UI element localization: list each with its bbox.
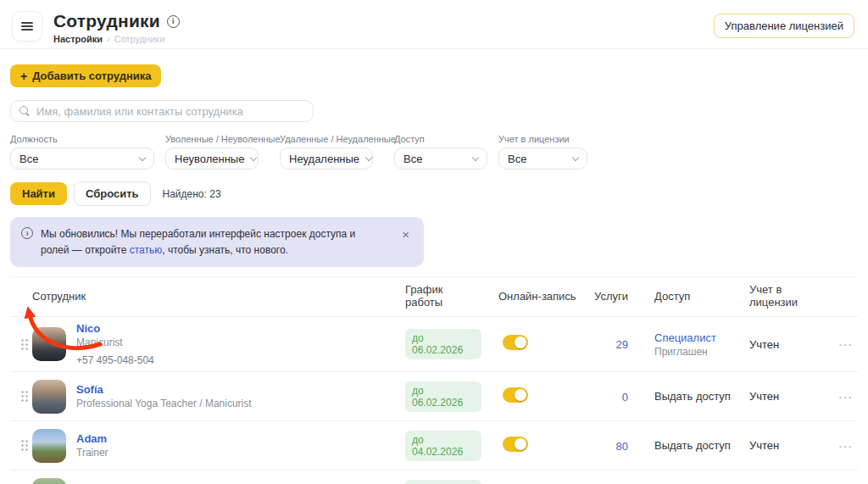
add-employee-label: Добавить сотрудника	[32, 70, 151, 82]
online-booking-cell	[481, 437, 576, 455]
info-icon: i	[21, 227, 33, 239]
col-header-license: Учет в лицензии	[732, 283, 826, 309]
row-more-button[interactable]: ···	[826, 390, 858, 403]
update-banner: i Мы обновились! Мы переработали интерфе…	[10, 217, 424, 267]
access-status: Приглашен	[654, 346, 732, 358]
employees-table: Сотрудник График работы Онлайн-запись Ус…	[10, 276, 858, 484]
filter-position-select[interactable]: Все	[10, 147, 154, 170]
filter-deleted-value: Неудаленные	[289, 153, 359, 165]
filter-license-select[interactable]: Все	[498, 147, 587, 170]
employee-name-link[interactable]: Adam	[76, 432, 108, 445]
employee-phone: +57 495-048-504	[76, 354, 154, 366]
title-block: Сотрудники i Настройки › Сотрудники	[53, 11, 180, 44]
col-header-services: Услуги	[576, 290, 628, 303]
table-row: Sofía Professional Yoga Teacher / Manicu…	[10, 372, 858, 421]
license-status: Учтен	[732, 390, 826, 403]
filter-dismissed-value: Неуволенные	[175, 153, 244, 165]
row-more-button[interactable]: ···	[826, 337, 858, 351]
schedule-cell: до 06.02.2026	[388, 329, 481, 359]
access-link[interactable]: Выдать доступ	[654, 439, 732, 452]
breadcrumb-separator-icon: ›	[107, 34, 110, 44]
table-header-row: Сотрудник График работы Онлайн-запись Ус…	[10, 276, 858, 317]
filter-access-select[interactable]: Все	[394, 147, 487, 170]
license-status: Учтен	[732, 439, 826, 452]
info-icon[interactable]: i	[167, 15, 180, 28]
chevron-down-icon	[572, 153, 579, 160]
online-booking-cell	[481, 335, 576, 353]
row-more-button[interactable]: ···	[826, 439, 858, 453]
table-body: Nico Manicurist +57 495-048-504 до 06.02…	[10, 317, 858, 484]
close-icon[interactable]: ×	[398, 226, 413, 242]
table-row: Adam Trainer до 04.02.2026 80 Выдать дос…	[10, 421, 858, 470]
filter-access-value: Все	[403, 153, 422, 165]
search-input[interactable]	[36, 105, 304, 118]
col-header-online-booking: Онлайн-запись	[481, 290, 576, 303]
schedule-badge[interactable]: до 04.02.2026	[405, 431, 481, 461]
drag-handle-icon[interactable]	[20, 439, 28, 452]
services-cell: 0	[576, 389, 628, 404]
employees-page: Сотрудники i Настройки › Сотрудники Упра…	[0, 0, 868, 484]
online-booking-toggle[interactable]	[503, 437, 528, 452]
schedule-badge[interactable]: до 06.02.2026	[405, 381, 481, 412]
employee-cell: Nico Manicurist +57 495-048-504	[32, 322, 388, 366]
manage-license-button[interactable]: Управление лицензией	[714, 14, 854, 38]
online-booking-cell	[481, 387, 576, 406]
access-cell: Специалист Приглашен	[628, 331, 732, 358]
actions-row: Найти Сбросить Найдено: 23	[10, 181, 858, 206]
avatar	[32, 478, 66, 484]
employee-name-link[interactable]: Sofía	[76, 383, 252, 396]
avatar	[32, 429, 66, 463]
filter-license-value: Все	[508, 153, 526, 165]
filter-label-license: Учет в лицензии	[498, 134, 587, 144]
filter-deleted-select[interactable]: Неудаленные	[280, 147, 373, 170]
employee-role: Professional Yoga Teacher / Manicurist	[76, 398, 252, 409]
access-link[interactable]: Специалист	[654, 331, 732, 344]
filter-label-deleted: Удаленные / Неудаленные	[280, 134, 383, 144]
add-employee-button[interactable]: + Добавить сотрудника	[10, 64, 161, 87]
services-count-link[interactable]: 29	[616, 338, 628, 351]
employee-role: Trainer	[76, 447, 108, 459]
page-header: Сотрудники i Настройки › Сотрудники Упра…	[0, 0, 868, 49]
table-row: Nico Manicurist +57 495-048-504 до 06.02…	[10, 317, 858, 372]
search-field[interactable]	[10, 100, 314, 122]
search-icon	[19, 106, 31, 117]
drag-handle-icon[interactable]	[20, 390, 28, 403]
access-link[interactable]: Выдать доступ	[654, 390, 732, 403]
schedule-badge[interactable]: до 19.02.2026	[405, 480, 481, 484]
access-cell: Выдать доступ	[628, 439, 732, 452]
schedule-cell: до 06.02.2026	[388, 381, 481, 412]
services-cell: 29	[576, 337, 628, 352]
chevron-down-icon	[139, 153, 146, 160]
employee-cell: Samuel Trainer	[32, 478, 388, 484]
license-status: Учтен	[732, 338, 826, 351]
schedule-badge[interactable]: до 06.02.2026	[405, 329, 481, 359]
services-count-link[interactable]: 0	[622, 391, 628, 403]
table-row: Samuel Trainer до 19.02.2026 4 Выдать до…	[10, 470, 858, 484]
schedule-cell: до 04.02.2026	[388, 431, 481, 461]
breadcrumb-parent[interactable]: Настройки	[53, 34, 103, 44]
filter-label-dismissed: Уволенные / Неуволенные	[165, 134, 269, 144]
banner-article-link[interactable]: статью	[130, 244, 163, 256]
access-cell: Выдать доступ	[628, 390, 732, 403]
avatar	[32, 380, 66, 414]
employee-cell: Adam Trainer	[32, 429, 388, 463]
menu-button[interactable]	[12, 11, 42, 42]
find-button[interactable]: Найти	[10, 182, 67, 205]
page-title: Сотрудники	[53, 11, 160, 31]
col-header-access: Доступ	[628, 290, 732, 303]
online-booking-toggle[interactable]	[503, 387, 528, 403]
employee-name-link[interactable]: Nico	[76, 322, 154, 335]
employee-role: Manicurist	[76, 337, 154, 348]
breadcrumb-current: Сотрудники	[114, 34, 165, 44]
online-booking-toggle[interactable]	[503, 335, 528, 350]
col-header-employee: Сотрудник	[32, 290, 388, 303]
schedule-cell: до 19.02.2026	[388, 480, 481, 484]
filter-dismissed-select[interactable]: Неуволенные	[165, 147, 259, 170]
drag-handle-icon[interactable]	[20, 338, 28, 351]
services-count-link[interactable]: 80	[616, 440, 628, 453]
chevron-down-icon	[365, 153, 372, 160]
filter-label-access: Доступ	[394, 134, 487, 144]
plus-icon: +	[20, 70, 27, 82]
reset-button[interactable]: Сбросить	[74, 181, 151, 206]
breadcrumb: Настройки › Сотрудники	[53, 34, 180, 44]
